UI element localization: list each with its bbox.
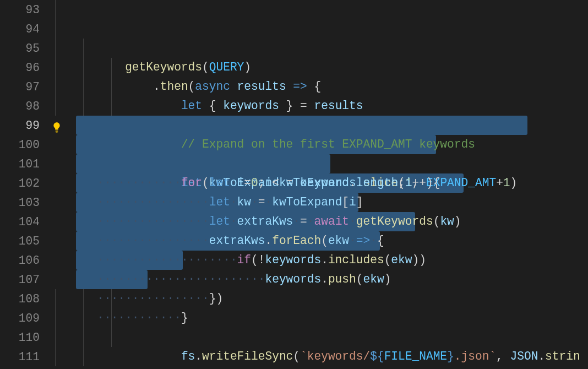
- code-content[interactable]: console.log('Keywords Generated: '+keywo…: [55, 328, 588, 347]
- line-number: 107: [0, 273, 55, 286]
- code-line[interactable]: 101 ················let·kw·=·kwToExpand[…: [0, 154, 588, 173]
- line-number: 100: [0, 138, 55, 151]
- code-line[interactable]: 95 .then(async results => {: [0, 39, 588, 58]
- code-line[interactable]: 110 console.log('Keywords Generated: '+k…: [0, 328, 588, 347]
- code-content[interactable]: ················let·kw·=·kwToExpand[i]: [55, 154, 588, 173]
- code-content[interactable]: [55, 0, 588, 19]
- line-number: 102: [0, 177, 55, 190]
- selection: [76, 116, 527, 135]
- line-number: 106: [0, 254, 55, 267]
- line-number: 95: [0, 42, 55, 55]
- code-line[interactable]: 99 ············let·kwToExpand·=·keywords…: [0, 116, 588, 135]
- code-content[interactable]: ············let·kwToExpand·=·keywords.sl…: [55, 116, 588, 135]
- code-content[interactable]: .then(async results => {: [55, 39, 588, 58]
- code-content[interactable]: getKeywords(QUERY): [55, 19, 588, 39]
- line-number: 97: [0, 80, 55, 94]
- line-number: 99: [0, 119, 55, 132]
- line-number: 103: [0, 196, 55, 209]
- lightbulb-icon[interactable]: [51, 120, 62, 131]
- code-line[interactable]: 96 let { keywords } = results: [0, 58, 588, 77]
- code-line[interactable]: 109 fs.writeFileSync(`keywords/${FILE_NA…: [0, 308, 588, 328]
- code-line[interactable]: 108: [0, 289, 588, 308]
- line-number: 111: [0, 350, 55, 363]
- line-number: 109: [0, 312, 55, 325]
- line-number: 93: [0, 3, 55, 17]
- line-number: 101: [0, 158, 55, 171]
- line-number: 94: [0, 23, 55, 36]
- line-number: 105: [0, 235, 55, 248]
- line-number: 110: [0, 331, 55, 344]
- code-line[interactable]: 93: [0, 0, 588, 19]
- line-number: 104: [0, 215, 55, 229]
- line-number: 96: [0, 61, 55, 74]
- code-line[interactable]: 94 getKeywords(QUERY): [0, 19, 588, 39]
- line-number: 98: [0, 100, 55, 113]
- selection: [76, 154, 330, 173]
- code-editor[interactable]: 93 94 getKeywords(QUERY) 95 .then(async …: [0, 0, 588, 366]
- line-number: 108: [0, 292, 55, 306]
